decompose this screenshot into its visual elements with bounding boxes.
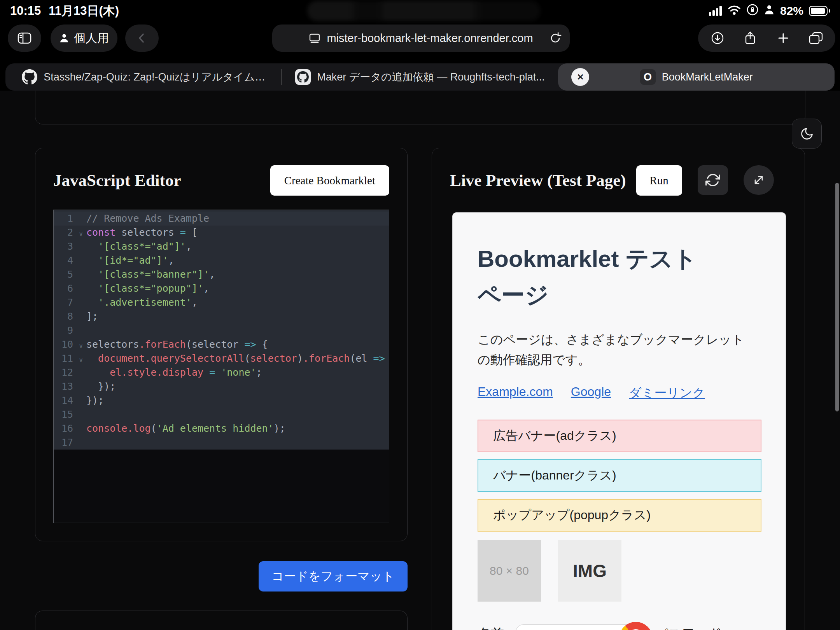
code-line: 2∨const selectors = [ — [54, 226, 389, 240]
reload-icon — [549, 31, 562, 45]
create-bookmarklet-button[interactable]: Create Bookmarklet — [270, 165, 389, 196]
line-number: 2 — [54, 226, 75, 240]
preview-images: 80 × 80IMG — [478, 540, 761, 602]
moon-icon — [800, 127, 814, 141]
preview-link[interactable]: Google — [571, 385, 611, 402]
close-tab-button[interactable]: × — [571, 68, 589, 86]
fold-spacer — [75, 399, 86, 402]
truncated-bottom-card — [35, 611, 408, 630]
fold-spacer — [75, 329, 86, 332]
browser-tab[interactable]: Maker データの追加依頼 — Roughfts-tech-plat... — [282, 63, 558, 91]
expand-icon — [752, 173, 766, 187]
page-content: JavaScript Editor Create Bookmarklet 1//… — [0, 91, 840, 630]
cellular-signal-icon — [709, 6, 722, 16]
tabs-icon — [808, 31, 823, 45]
battery-icon — [809, 6, 828, 16]
preview-iframe: Bookmarklet テストページ このページは、さまざまなブックマークレット… — [452, 212, 786, 630]
orientation-lock-icon — [747, 4, 758, 18]
fold-spacer — [75, 371, 86, 374]
preview-form: 名前: パスワード: — [478, 624, 761, 630]
line-number: 17 — [54, 436, 75, 450]
editor-title: JavaScript Editor — [53, 171, 181, 190]
truncated-top-card — [35, 91, 805, 124]
line-number: 1 — [54, 212, 75, 226]
code-line: 7 '.advertisement', — [54, 296, 389, 310]
fold-spacer — [75, 217, 86, 220]
preview-link[interactable]: Example.com — [478, 385, 553, 402]
code-text: '[id*="ad"]', — [86, 254, 174, 268]
format-code-button[interactable]: コードをフォーマット — [259, 561, 408, 592]
code-text: document.querySelectorAll(selector).forE… — [86, 352, 385, 366]
browser-tab-active[interactable]: ×OBookMarkLetMaker — [558, 63, 835, 91]
back-button[interactable] — [125, 24, 159, 52]
scrollbar-thumb[interactable] — [835, 183, 839, 411]
code-line: 10∨selectors.forEach(selector => { — [54, 338, 389, 352]
code-text: '[class*="ad"]', — [86, 240, 192, 254]
line-number: 3 — [54, 240, 75, 254]
preview-title: Live Preview (Test Page) — [450, 171, 626, 190]
fold-arrow-icon[interactable]: ∨ — [75, 228, 86, 238]
code-line: 4 '[id*="ad"]', — [54, 254, 389, 268]
line-number: 14 — [54, 394, 75, 408]
preview-description: このページは、さまざまなブックマークレットの動作確認用です。 — [478, 329, 754, 370]
battery-tip — [829, 9, 830, 13]
status-bar: 10:15 11月13日(木) 82% — [0, 0, 840, 22]
dark-mode-toggle-button[interactable] — [792, 119, 822, 149]
code-line: 12 el.style.display = 'none'; — [54, 366, 389, 380]
popup-box: ポップアップ(popupクラス) — [478, 499, 761, 532]
line-number: 16 — [54, 422, 75, 436]
code-text: const selectors = [ — [86, 226, 198, 240]
code-line: 16console.log('Ad elements hidden'); — [54, 422, 389, 436]
code-line: 14}); — [54, 394, 389, 408]
sidebar-toggle-button[interactable] — [8, 24, 41, 52]
reload-button[interactable] — [549, 31, 562, 48]
code-text: '[class*="banner"]', — [86, 268, 215, 282]
new-tab-button[interactable] — [770, 24, 797, 52]
code-text: selectors.forEach(selector => { — [86, 338, 268, 352]
wifi-icon — [727, 4, 741, 18]
refresh-preview-button[interactable] — [698, 165, 728, 195]
share-icon — [744, 31, 757, 46]
fold-spacer — [75, 287, 86, 290]
line-number: 4 — [54, 254, 75, 268]
box-label: バナー(bannerクラス) — [493, 467, 616, 484]
person-icon — [764, 4, 775, 18]
clock: 10:15 — [10, 4, 41, 18]
github-icon — [22, 69, 37, 85]
code-editor[interactable]: 1// Remove Ads Example2∨const selectors … — [53, 210, 389, 523]
browser-tab[interactable]: Stasshe/Zap-Quiz: Zap!-Quizはリアルタイム… — [5, 63, 282, 91]
fold-spacer — [75, 427, 86, 430]
fold-arrow-icon[interactable]: ∨ — [75, 354, 86, 364]
fold-spacer — [75, 413, 86, 416]
preview-heading: Bookmarklet テストページ — [478, 241, 719, 313]
line-number: 5 — [54, 268, 75, 282]
tab-overview-button[interactable] — [802, 24, 830, 52]
preview-link[interactable]: ダミーリンク — [629, 385, 705, 402]
code-text: }); — [86, 394, 104, 408]
browser-toolbar: 個人用 mister-bookmark-let-maker.onrender.c… — [0, 22, 840, 61]
site-favicon: O — [640, 69, 656, 85]
fold-spacer — [75, 301, 86, 304]
url-text: mister-bookmark-let-maker.onrender.com — [327, 32, 533, 45]
person-icon — [59, 33, 69, 44]
profile-button[interactable]: 個人用 — [51, 24, 117, 52]
code-line: 9 — [54, 324, 389, 338]
line-number: 8 — [54, 310, 75, 324]
code-text: '[class*="popup"]', — [86, 282, 209, 296]
share-button[interactable] — [737, 24, 764, 52]
chevron-left-icon — [136, 32, 147, 44]
code-line: 11∨ document.querySelectorAll(selector).… — [54, 352, 389, 366]
code-line: 8]; — [54, 310, 389, 324]
downloads-button[interactable] — [704, 24, 731, 52]
expand-preview-button[interactable] — [744, 165, 774, 195]
fold-arrow-icon[interactable]: ∨ — [75, 340, 86, 350]
box-label: 広告バナー(adクラス) — [493, 427, 616, 444]
image-placeholder-80x80: 80 × 80 — [478, 540, 541, 602]
run-button[interactable]: Run — [636, 165, 682, 196]
address-bar[interactable]: mister-bookmark-let-maker.onrender.com — [272, 24, 570, 52]
live-preview-card: Live Preview (Test Page) Run Bookmarklet… — [432, 148, 805, 630]
javascript-editor-card: JavaScript Editor Create Bookmarklet 1//… — [35, 148, 408, 541]
code-text: el.style.display = 'none'; — [86, 366, 262, 380]
line-number: 10 — [54, 338, 75, 352]
tab-title: Stasshe/Zap-Quiz: Zap!-Quizはリアルタイム… — [44, 70, 265, 84]
